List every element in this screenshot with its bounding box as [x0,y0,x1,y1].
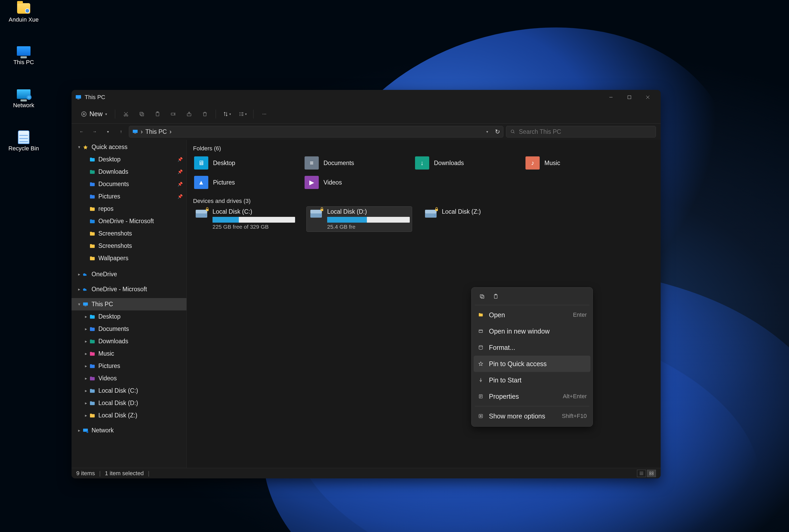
share-icon[interactable] [182,108,196,120]
sidebar-qa-item[interactable]: Screenshots [72,240,186,252]
desktop-icon-user-folder[interactable]: Anduin Xue [5,2,42,23]
chevron-icon[interactable]: ▸ [83,376,89,381]
ctx-open[interactable]: Open Enter [474,307,590,323]
chevron-icon[interactable]: ▸ [83,363,89,368]
folder-desktop[interactable]: 🖥Desktop [192,154,300,172]
view-icon[interactable]: ▾ [235,108,250,120]
sidebar-quick-access[interactable]: ▾Quick access [72,141,186,153]
delete-icon[interactable] [198,108,212,120]
sidebar-thispc[interactable]: ▾This PC [72,298,186,310]
sidebar-onedrive[interactable]: ▸OneDrive [72,268,186,281]
paste-icon[interactable] [150,108,165,120]
sidebar-network[interactable]: ▸Network [72,424,186,437]
content-pane[interactable]: Folders (6) 🖥Desktop≡Documents↓Downloads… [187,140,661,468]
sidebar-qa-item[interactable]: Documents📌 [72,178,186,190]
sidebar-thispc-item[interactable]: ▸Local Disk (C:) [72,384,186,397]
sidebar-onedrive-ms[interactable]: ▸OneDrive - Microsoft [72,283,186,296]
folder-music[interactable]: ♪Music [524,154,631,172]
tree-item-icon [89,388,96,394]
sidebar-thispc-item[interactable]: ▸Pictures [72,360,186,372]
sidebar-qa-item[interactable]: repos [72,203,186,215]
svg-rect-2 [628,96,631,99]
sidebar-thispc-item[interactable]: ▸Music [72,347,186,360]
drives-group-header[interactable]: Devices and drives (3) [192,196,655,207]
up-button[interactable]: ↑ [116,127,126,137]
chevron-icon[interactable]: ▸ [83,413,89,418]
copy-icon[interactable] [135,108,149,120]
desktop-icon-this-pc[interactable]: This PC [5,45,42,66]
tree-item-label: Quick access [92,144,128,151]
sidebar-qa-item[interactable]: Pictures📌 [72,190,186,203]
details-view-button[interactable] [637,470,646,477]
chevron-icon[interactable]: ▸ [76,287,82,292]
thumbnails-view-button[interactable] [647,470,656,477]
ctx-pin-quick-access[interactable]: Pin to Quick access [474,356,590,372]
recent-dropdown[interactable]: ▾ [103,127,113,137]
drive-label: Local Disk (C:) [213,208,295,215]
back-button[interactable]: ← [76,127,87,137]
folder-downloads[interactable]: ↓Downloads [413,154,521,172]
cut-icon[interactable] [119,108,133,120]
folder-documents[interactable]: ≡Documents [302,154,410,172]
svg-rect-15 [83,302,88,305]
chevron-icon[interactable]: ▸ [83,351,89,356]
sidebar-qa-item[interactable]: OneDrive - Microsoft [72,215,186,227]
drive-item[interactable]: Local Disk (C:)225 GB free of 329 GB [192,207,297,232]
ctx-show-more-options[interactable]: Show more options Shift+F10 [474,408,590,424]
desktop-icon-network[interactable]: Network [5,88,42,109]
sidebar-qa-item[interactable]: Desktop📌 [72,153,186,166]
ctx-pin-start[interactable]: Pin to Start [474,372,590,388]
tree-item-icon [89,314,96,320]
chevron-icon[interactable]: ▾ [76,302,82,307]
ctx-format[interactable]: Format... [474,339,590,356]
refresh-icon[interactable]: ↻ [495,128,500,135]
crumb-thispc[interactable]: This PC [145,128,167,135]
chevron-icon[interactable]: ▸ [76,428,82,433]
sidebar-thispc-item[interactable]: ▸Local Disk (D:) [72,397,186,409]
chevron-icon[interactable]: ▸ [83,401,89,405]
folder-pictures[interactable]: ▲Pictures [192,173,300,191]
minimize-button[interactable] [602,92,620,103]
address-dropdown-icon[interactable]: ▾ [486,130,488,134]
ctx-open-new-window[interactable]: Open in new window [474,323,590,339]
maximize-button[interactable] [620,92,639,103]
desktop-icon-recycle[interactable]: Recycle Bin [5,131,42,152]
chevron-icon[interactable]: ▸ [76,272,82,277]
sidebar-qa-item[interactable]: Screenshots [72,227,186,240]
forward-button[interactable]: → [89,127,100,137]
sidebar-thispc-item[interactable]: ▸Documents [72,323,186,335]
sort-icon[interactable]: ▾ [220,108,234,120]
folders-group-header[interactable]: Folders (6) [192,144,655,154]
sidebar-qa-item[interactable]: Downloads📌 [72,166,186,178]
ctx-properties[interactable]: Properties Alt+Enter [474,388,590,404]
search-bar[interactable] [506,126,656,137]
pin-icon [477,377,484,383]
sidebar-thispc-item[interactable]: ▸Downloads [72,335,186,347]
chevron-icon[interactable]: ▾ [76,145,82,150]
ctx-paste-icon[interactable] [490,291,501,302]
folder-icon: ▶ [305,176,319,189]
drive-item[interactable]: Local Disk (Z:) [421,207,527,232]
tree-item-label: Music [98,350,114,357]
tree-item-icon [89,255,96,261]
folder-videos[interactable]: ▶Videos [302,173,410,191]
svg-point-33 [479,346,482,347]
address-bar[interactable]: › This PC › ▾ ↻ [129,126,503,137]
tree-item-label: Local Disk (Z:) [98,412,137,419]
chevron-icon[interactable]: ▸ [83,326,89,331]
more-icon[interactable]: ⋯ [257,108,271,120]
sidebar-thispc-item[interactable]: ▸Videos [72,372,186,384]
sidebar-thispc-item[interactable]: ▸Local Disk (Z:) [72,409,186,422]
ctx-copy-icon[interactable] [476,291,488,302]
chevron-icon[interactable]: ▸ [83,314,89,319]
drive-item[interactable]: Local Disk (D:)25.4 GB fre [307,207,412,232]
svg-rect-16 [85,306,86,306]
search-input[interactable] [519,128,652,135]
new-button[interactable]: New ▾ [77,108,111,120]
sidebar-thispc-item[interactable]: ▸Desktop [72,310,186,323]
close-button[interactable] [639,92,657,103]
chevron-icon[interactable]: ▸ [83,388,89,393]
rename-icon[interactable] [166,108,180,120]
sidebar-qa-item[interactable]: Wallpapers [72,252,186,264]
chevron-icon[interactable]: ▸ [83,339,89,344]
